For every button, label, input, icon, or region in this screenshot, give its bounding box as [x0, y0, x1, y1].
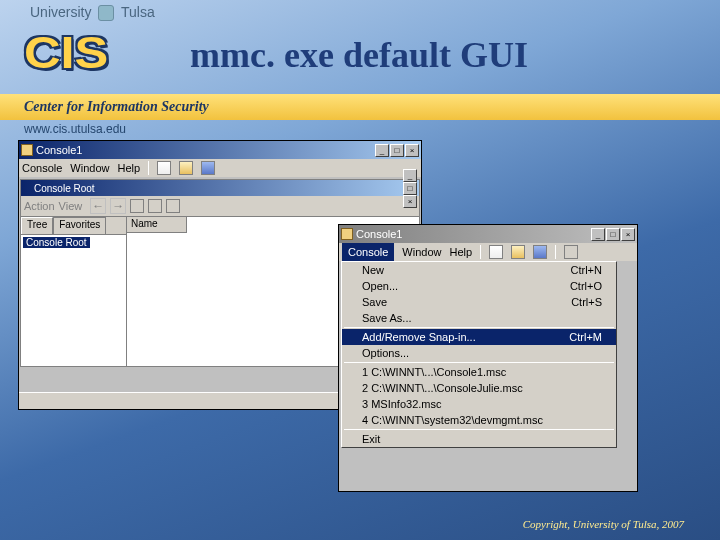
- inner-maximize-button[interactable]: □: [403, 182, 417, 195]
- close-button[interactable]: ×: [621, 228, 635, 241]
- menu-window[interactable]: Window: [402, 246, 441, 258]
- window-title: Console1: [36, 144, 82, 156]
- menu-item-label: New: [362, 264, 384, 276]
- menu-help[interactable]: Help: [117, 162, 140, 174]
- menu-item-options[interactable]: Options...: [342, 345, 616, 361]
- titlebar: Console1 _ □ ×: [19, 141, 421, 159]
- menu-item-accel: Ctrl+M: [569, 331, 602, 343]
- action-menu[interactable]: Action: [24, 200, 55, 212]
- menu-item-open[interactable]: Open... Ctrl+O: [342, 278, 616, 294]
- menu-item-add-remove-snapin[interactable]: Add/Remove Snap-in... Ctrl+M: [342, 329, 616, 345]
- seal-icon: [98, 5, 114, 21]
- university-right: Tulsa: [121, 4, 155, 20]
- inner-minimize-button[interactable]: _: [403, 169, 417, 182]
- menu-item-accel: Ctrl+S: [571, 296, 602, 308]
- inner-close-button[interactable]: ×: [403, 195, 417, 208]
- save-icon[interactable]: [201, 161, 215, 175]
- open-icon[interactable]: [179, 161, 193, 175]
- minimize-button[interactable]: _: [591, 228, 605, 241]
- console-window-2: Console1 _ □ × Console Window Help New C…: [338, 224, 638, 492]
- center-label-bar: Center for Information Security: [0, 94, 720, 120]
- toolbar-separator: [480, 245, 481, 259]
- toolbar-separator: [148, 161, 149, 175]
- university-logo: University Tulsa: [30, 4, 155, 21]
- menu-item-recent-4[interactable]: 4 C:\WINNT\system32\devmgmt.msc: [342, 412, 616, 428]
- copyright: Copyright, University of Tulsa, 2007: [523, 518, 684, 530]
- console-menu-dropdown: New Ctrl+N Open... Ctrl+O Save Ctrl+S Sa…: [341, 261, 617, 448]
- menu-item-new[interactable]: New Ctrl+N: [342, 262, 616, 278]
- inner-toolbar: Action View ← →: [21, 196, 419, 216]
- menu-item-accel: Ctrl+N: [571, 264, 602, 276]
- menubar: Console Window Help: [19, 159, 421, 177]
- back-icon: ←: [90, 198, 106, 214]
- site-url: www.cis.utulsa.edu: [24, 122, 126, 136]
- center-label: Center for Information Security: [24, 99, 209, 115]
- minimize-button[interactable]: _: [375, 144, 389, 157]
- menu-item-save[interactable]: Save Ctrl+S: [342, 294, 616, 310]
- tree-root-item[interactable]: Console Root: [23, 237, 90, 248]
- inner-titlebar: Console Root _ □ ×: [21, 180, 419, 196]
- menu-item-label: Options...: [362, 347, 409, 359]
- titlebar: Console1 _ □ ×: [339, 225, 637, 243]
- menu-item-recent-2[interactable]: 2 C:\WINNT\...\ConsoleJulie.msc: [342, 380, 616, 396]
- close-button[interactable]: ×: [405, 144, 419, 157]
- menu-console-open[interactable]: Console: [342, 243, 394, 261]
- menu-separator: [344, 362, 614, 363]
- menu-window[interactable]: Window: [70, 162, 109, 174]
- window-title: Console1: [356, 228, 402, 240]
- app-icon: [341, 228, 353, 240]
- maximize-button[interactable]: □: [606, 228, 620, 241]
- slide-title: mmc. exe default GUI: [190, 34, 528, 76]
- save-icon[interactable]: [533, 245, 547, 259]
- menu-item-recent-3[interactable]: 3 MSInfo32.msc: [342, 396, 616, 412]
- menu-item-save-as[interactable]: Save As...: [342, 310, 616, 326]
- cis-logo: CIS: [24, 28, 97, 78]
- open-icon[interactable]: [511, 245, 525, 259]
- menu-console[interactable]: Console: [22, 162, 62, 174]
- menu-item-label: 1 C:\WINNT\...\Console1.msc: [362, 366, 506, 378]
- menu-item-label: 4 C:\WINNT\system32\devmgmt.msc: [362, 414, 543, 426]
- menu-item-recent-1[interactable]: 1 C:\WINNT\...\Console1.msc: [342, 364, 616, 380]
- folder-icon: [23, 183, 34, 194]
- toolbar-separator: [555, 245, 556, 259]
- new-icon[interactable]: [157, 161, 171, 175]
- menu-item-label: 3 MSInfo32.msc: [362, 398, 441, 410]
- up-icon[interactable]: [130, 199, 144, 213]
- properties-icon[interactable]: [148, 199, 162, 213]
- menu-item-accel: Ctrl+O: [570, 280, 602, 292]
- app-icon: [21, 144, 33, 156]
- tree-content[interactable]: Console Root: [21, 235, 126, 365]
- forward-icon: →: [110, 198, 126, 214]
- menu-item-label: Open...: [362, 280, 398, 292]
- menu-item-label: 2 C:\WINNT\...\ConsoleJulie.msc: [362, 382, 523, 394]
- favorites-tab[interactable]: Favorites: [53, 217, 106, 234]
- menu-separator: [344, 429, 614, 430]
- tree-pane: Tree Favorites Console Root: [21, 217, 127, 366]
- cis-text: CIS: [24, 28, 108, 78]
- view-menu[interactable]: View: [59, 200, 83, 212]
- maximize-button[interactable]: □: [390, 144, 404, 157]
- university-left: University: [30, 4, 91, 20]
- inner-window-title: Console Root: [34, 183, 95, 194]
- menu-item-label: Exit: [362, 433, 380, 445]
- tree-tab[interactable]: Tree: [21, 217, 53, 234]
- screenshot-area: Console1 _ □ × Console Window Help Conso…: [18, 140, 702, 510]
- menu-item-label: Save: [362, 296, 387, 308]
- column-header-name[interactable]: Name: [127, 217, 187, 233]
- tree-tabs: Tree Favorites: [21, 217, 126, 235]
- menu-help[interactable]: Help: [449, 246, 472, 258]
- new-icon[interactable]: [489, 245, 503, 259]
- menu-item-label: Save As...: [362, 312, 412, 324]
- menu-separator: [344, 327, 614, 328]
- help-icon[interactable]: [166, 199, 180, 213]
- menu-item-exit[interactable]: Exit: [342, 431, 616, 447]
- grid-icon[interactable]: [564, 245, 578, 259]
- menubar: Console Window Help: [339, 243, 637, 261]
- menu-item-label: Add/Remove Snap-in...: [362, 331, 476, 343]
